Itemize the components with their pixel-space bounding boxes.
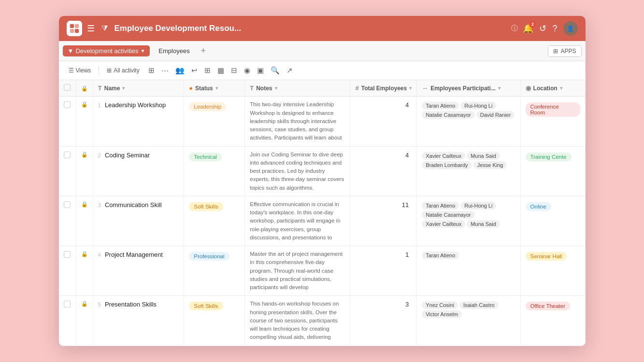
- group-icon[interactable]: ⊞: [146, 64, 157, 77]
- color-icon[interactable]: ◉: [242, 64, 252, 77]
- row-checkbox-0[interactable]: [59, 97, 76, 146]
- th-notes-label: Notes: [256, 85, 272, 92]
- help-button[interactable]: ?: [552, 24, 557, 34]
- employee-tag[interactable]: Taran Atieno: [422, 251, 459, 259]
- row-lock-3: 🔒: [76, 246, 93, 296]
- app-window: ☰ ⧩ Employee Development Resou... ⓘ 🔔 2 …: [59, 16, 586, 346]
- status-sort-icon[interactable]: ▾: [215, 85, 218, 91]
- users-icon[interactable]: 👥: [173, 64, 186, 77]
- status-badge-1: Technical: [189, 153, 222, 161]
- filter-icon[interactable]: ⧩: [101, 24, 108, 33]
- row-name-4[interactable]: 5Presentation Skills: [93, 296, 184, 346]
- employee-tag[interactable]: Rui-Hong Li: [460, 202, 496, 209]
- row-employees-1: Xavier CailteuxMuna SaidBraden LombardyJ…: [417, 146, 520, 196]
- row-notes-0: This two-day intensive Leadership Worksh…: [245, 97, 350, 146]
- apps-button[interactable]: ⊞ APPS: [548, 45, 581, 57]
- employee-tag[interactable]: David Ranier: [476, 111, 515, 119]
- emp-col-icon: ↔: [422, 84, 428, 92]
- row-num-3: 4: [98, 252, 101, 258]
- undo-icon[interactable]: ↩: [189, 64, 200, 77]
- info-icon[interactable]: ⓘ: [511, 24, 518, 33]
- row-status-0[interactable]: Leadership: [184, 97, 245, 146]
- filter-toolbar-icon[interactable]: ⊟: [229, 64, 239, 77]
- data-table: 🔒 T Name ▾ ● Status ▾: [59, 80, 586, 346]
- row-employees-4: Ynez CosiniIsaiah CastroVictor Anselm: [417, 296, 520, 346]
- row-total-3: 1: [350, 246, 417, 296]
- row-checkbox-4[interactable]: [59, 296, 76, 346]
- employee-tag[interactable]: Jesse King: [473, 161, 507, 169]
- views-button[interactable]: ☰ Views: [65, 65, 95, 76]
- row-checkbox-2[interactable]: [59, 196, 76, 246]
- employee-tag[interactable]: Isaiah Castro: [459, 301, 499, 309]
- row-total-2: 11: [350, 196, 417, 246]
- employee-tag[interactable]: Natalie Casamayor: [422, 211, 475, 219]
- row-name-3[interactable]: 4Project Management: [93, 246, 184, 296]
- employee-tag[interactable]: Taran Atieno: [422, 102, 459, 110]
- notes-sort-icon[interactable]: ▾: [275, 85, 277, 91]
- notification-button[interactable]: 🔔 2: [523, 23, 533, 34]
- active-tab[interactable]: ▼ Development activities ▼: [63, 45, 150, 56]
- th-name-label: Name: [104, 85, 120, 92]
- row-lock-1: 🔒: [76, 146, 93, 196]
- emp-sort-icon[interactable]: ▾: [498, 85, 501, 91]
- employee-tag[interactable]: Ynez Cosini: [422, 301, 458, 309]
- th-status[interactable]: ● Status ▾: [184, 80, 245, 97]
- row-total-1: 4: [350, 146, 417, 196]
- th-name[interactable]: T Name ▾: [93, 80, 184, 97]
- layout-icon[interactable]: ▦: [215, 64, 226, 77]
- th-employees[interactable]: ↔ Employees Participati... ▾: [417, 80, 520, 97]
- row-checkbox-1[interactable]: [59, 146, 76, 196]
- employee-tag[interactable]: Natalie Casamayor: [422, 111, 475, 119]
- row-lock-4: 🔒: [76, 296, 93, 346]
- all-activity-button[interactable]: ⊞ All activity: [103, 65, 143, 76]
- row-employees-0: Taran AtienoRui-Hong LiNatalie Casamayor…: [417, 97, 520, 146]
- employee-tag[interactable]: Rui-Hong Li: [460, 102, 496, 110]
- employee-tag[interactable]: Xavier Cailteux: [422, 220, 465, 228]
- th-location[interactable]: ◉ Location ▾: [520, 80, 585, 97]
- row-status-2[interactable]: Soft Skills: [184, 196, 245, 246]
- employee-tag[interactable]: Victor Anselm: [422, 310, 462, 318]
- row-name-2[interactable]: 3Communication Skill: [93, 196, 184, 246]
- table-row: 🔒1Leadership WorkshopLeadershipThis two-…: [59, 97, 586, 146]
- employee-tag[interactable]: Muna Said: [467, 152, 500, 160]
- settings-icon[interactable]: ⊞: [202, 64, 213, 77]
- history-button[interactable]: ↺: [539, 23, 546, 34]
- tabs-bar: ▼ Development activities ▼ Employees + ⊞…: [59, 41, 586, 61]
- th-total-label: Total Employees: [361, 85, 407, 92]
- th-location-label: Location: [533, 85, 558, 92]
- more-icon[interactable]: ⋯: [159, 64, 171, 77]
- employee-tag[interactable]: Braden Lombardy: [422, 161, 472, 169]
- apps-icon: ⊞: [553, 48, 558, 55]
- share-icon[interactable]: ↗: [285, 64, 295, 77]
- row-name-0[interactable]: 1Leadership Workshop: [93, 97, 184, 146]
- row-status-1[interactable]: Technical: [184, 146, 245, 196]
- employee-tag[interactable]: Taran Atieno: [422, 202, 459, 209]
- row-checkbox-3[interactable]: [59, 246, 76, 296]
- row-name-1[interactable]: 2Coding Seminar: [93, 146, 184, 196]
- row-status-3[interactable]: Professional: [184, 246, 245, 296]
- name-sort-icon[interactable]: ▾: [122, 85, 125, 91]
- row-status-4[interactable]: Soft Skills: [184, 296, 245, 346]
- add-tab-button[interactable]: +: [197, 44, 210, 58]
- row-num-1: 2: [98, 153, 101, 158]
- menu-icon[interactable]: ☰: [87, 23, 95, 34]
- row-notes-4: This hands-on workshop focuses on honing…: [245, 296, 350, 346]
- total-col-icon: #: [355, 84, 358, 92]
- employee-tag[interactable]: Xavier Cailteux: [422, 152, 465, 160]
- row-location-2: Online: [520, 196, 585, 246]
- th-checkbox[interactable]: [59, 80, 76, 97]
- avatar[interactable]: 👤: [563, 21, 578, 36]
- tab-employees[interactable]: Employees: [152, 45, 196, 56]
- loc-sort-icon[interactable]: ▾: [560, 85, 562, 91]
- search-icon[interactable]: 🔍: [269, 64, 282, 77]
- employee-tag[interactable]: Muna Said: [467, 220, 500, 228]
- row-location-4: Office Theater: [520, 296, 585, 346]
- app-logo: [67, 21, 82, 36]
- total-sort-icon[interactable]: ▾: [409, 85, 412, 91]
- row-location-1: Training Cente: [520, 146, 585, 196]
- svg-rect-2: [70, 29, 73, 33]
- notification-badge: 2: [529, 21, 536, 28]
- th-notes[interactable]: T Notes ▾: [245, 80, 350, 97]
- th-total[interactable]: # Total Employees ▾: [350, 80, 417, 97]
- calendar-icon[interactable]: ▣: [255, 64, 266, 77]
